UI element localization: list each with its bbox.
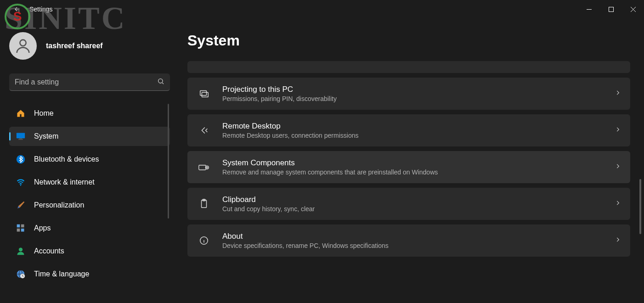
wifi-icon [16, 177, 26, 187]
sidebar-item-accounts[interactable]: Accounts [9, 241, 170, 261]
setting-desc: Permissions, pairing PIN, discoverabilit… [222, 95, 615, 102]
profile-name: tashreef shareef [46, 42, 103, 50]
svg-rect-20 [199, 165, 206, 170]
avatar [9, 32, 37, 60]
info-icon [198, 236, 209, 246]
main-content: System Projecting to this PC Permissions… [175, 18, 644, 303]
setting-title: System Components [222, 158, 615, 168]
maximize-button[interactable] [600, 0, 622, 18]
svg-rect-12 [21, 229, 24, 232]
svg-rect-4 [17, 133, 25, 139]
sidebar-item-label: Home [34, 109, 54, 118]
sidebar-item-network[interactable]: Network & internet [9, 173, 170, 192]
nav-list: Home System Bluetooth & devices Network … [9, 104, 171, 284]
setting-desc: Remote Desktop users, connection permiss… [222, 132, 615, 139]
sidebar-item-system[interactable]: System [9, 127, 170, 146]
svg-point-13 [19, 248, 23, 252]
sidebar-scrollbar[interactable] [168, 104, 169, 219]
setting-desc: Remove and manage system components that… [222, 168, 615, 176]
window-title: Settings [29, 6, 53, 13]
setting-desc: Cut and copy history, sync, clear [222, 205, 615, 213]
sidebar-item-bluetooth[interactable]: Bluetooth & devices [9, 150, 170, 169]
svg-point-2 [20, 40, 26, 46]
svg-rect-9 [17, 224, 20, 228]
svg-rect-10 [21, 224, 24, 228]
setting-item-clipboard[interactable]: Clipboard Cut and copy history, sync, cl… [187, 188, 630, 220]
setting-title: About [222, 232, 615, 241]
chevron-right-icon [615, 90, 621, 98]
sidebar-item-label: Bluetooth & devices [34, 155, 99, 163]
svg-rect-6 [18, 139, 23, 140]
sidebar-item-personalization[interactable]: Personalization [9, 196, 170, 215]
components-icon [198, 163, 209, 172]
chevron-right-icon [615, 236, 621, 245]
search-input[interactable] [15, 78, 157, 86]
svg-point-3 [158, 79, 163, 83]
setting-item-about[interactable]: About Device specifications, rename PC, … [187, 224, 630, 257]
svg-rect-1 [609, 7, 613, 11]
main-scrollbar[interactable] [639, 179, 641, 234]
chevron-right-icon [615, 163, 621, 171]
sidebar-item-label: Time & language [34, 270, 89, 278]
titlebar: Settings [0, 0, 644, 18]
page-title: System [187, 32, 630, 49]
apps-icon [16, 223, 26, 233]
setting-item-projecting[interactable]: Projecting to this PC Permissions, pairi… [187, 78, 630, 110]
svg-rect-5 [19, 138, 23, 139]
svg-rect-0 [587, 9, 592, 10]
search-icon [157, 78, 164, 87]
projecting-icon [198, 89, 209, 99]
svg-point-8 [20, 185, 21, 186]
setting-title: Projecting to this PC [222, 85, 615, 94]
chevron-right-icon [615, 200, 621, 208]
profile[interactable]: tashreef shareef [9, 32, 171, 60]
setting-item-remote-desktop[interactable]: Remote Desktop Remote Desktop users, con… [187, 114, 630, 146]
setting-title: Clipboard [222, 195, 615, 204]
sidebar-item-home[interactable]: Home [9, 104, 170, 123]
globe-clock-icon [16, 269, 26, 279]
sidebar: tashreef shareef Home System [0, 18, 175, 303]
svg-rect-18 [200, 91, 207, 95]
setting-item-partial[interactable] [187, 61, 630, 73]
sidebar-item-label: Accounts [34, 247, 64, 255]
setting-desc: Device specifications, rename PC, Window… [222, 242, 615, 249]
sidebar-item-time-language[interactable]: Time & language [9, 264, 170, 284]
svg-rect-11 [17, 229, 20, 232]
minimize-button[interactable] [578, 0, 600, 18]
display-icon [16, 131, 26, 141]
person-icon [16, 246, 26, 256]
sidebar-item-apps[interactable]: Apps [9, 219, 170, 238]
sidebar-item-label: Apps [34, 224, 51, 232]
bluetooth-icon [16, 154, 26, 164]
sidebar-item-label: System [34, 132, 58, 140]
chevron-right-icon [615, 126, 621, 135]
home-icon [16, 108, 26, 118]
paintbrush-icon [16, 200, 26, 210]
search-box[interactable] [9, 73, 170, 91]
sidebar-item-label: Network & internet [34, 178, 95, 186]
setting-item-system-components[interactable]: System Components Remove and manage syst… [187, 151, 630, 183]
clipboard-icon [198, 199, 209, 209]
back-button[interactable] [13, 5, 21, 13]
svg-rect-19 [202, 92, 208, 97]
remote-desktop-icon [198, 125, 209, 135]
setting-title: Remote Desktop [222, 122, 615, 131]
sidebar-item-label: Personalization [34, 201, 84, 209]
close-button[interactable] [622, 0, 644, 18]
